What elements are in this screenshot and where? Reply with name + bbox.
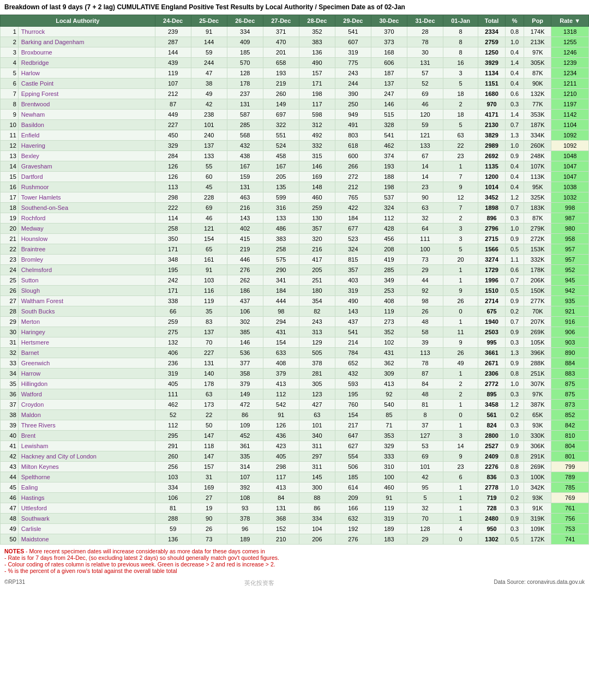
cell-pop: 206K bbox=[524, 275, 551, 286]
cell-pop: 107K bbox=[524, 161, 551, 172]
cell-25dec: 59 bbox=[191, 47, 227, 58]
cell-31dec: 59 bbox=[407, 120, 443, 130]
row-number: 20 bbox=[1, 224, 19, 234]
table-row: 32 Barnet 406 227 536 633 505 784 431 11… bbox=[1, 348, 589, 358]
cell-total: 1510 bbox=[478, 286, 506, 296]
cell-25dec: 46 bbox=[191, 213, 227, 224]
cell-rate: 980 bbox=[551, 224, 589, 234]
cell-01jan: 14 bbox=[443, 441, 478, 451]
cell-31dec: 127 bbox=[407, 431, 443, 441]
col-header-26dec: 26-Dec bbox=[227, 15, 263, 27]
cell-31dec: 70 bbox=[407, 514, 443, 524]
cell-25dec: 103 bbox=[191, 275, 227, 286]
cell-24dec: 144 bbox=[155, 47, 191, 58]
cell-26dec: 146 bbox=[227, 337, 263, 348]
local-authority-name: Newham bbox=[18, 110, 155, 120]
cell-27dec: 423 bbox=[263, 441, 299, 451]
header: Breakdown of last 9 days (7 + 2 lag) CUM… bbox=[0, 0, 589, 15]
cell-25dec: 83 bbox=[191, 317, 227, 327]
cell-24dec: 288 bbox=[155, 514, 191, 524]
cell-24dec: 212 bbox=[155, 89, 191, 99]
cell-24dec: 334 bbox=[155, 482, 191, 493]
cell-pop: 387K bbox=[524, 400, 551, 410]
table-row: 40 Brent 295 147 452 436 340 647 353 127… bbox=[1, 431, 589, 441]
row-number: 5 bbox=[1, 68, 19, 79]
cell-rate: 1197 bbox=[551, 99, 589, 110]
cell-25dec: 116 bbox=[191, 286, 227, 296]
cell-25dec: 154 bbox=[191, 234, 227, 244]
cell-total: 895 bbox=[478, 389, 506, 400]
cell-rate: 1234 bbox=[551, 68, 589, 79]
cell-26dec: 437 bbox=[227, 296, 263, 306]
cell-25dec: 244 bbox=[191, 58, 227, 68]
cell-percent: 0.8 bbox=[505, 462, 524, 472]
cell-rate: 1047 bbox=[551, 161, 589, 172]
row-number: 47 bbox=[1, 503, 19, 514]
cell-rate: 769 bbox=[551, 493, 589, 503]
row-number: 39 bbox=[1, 420, 19, 431]
row-number: 1 bbox=[1, 27, 19, 37]
table-row: 12 Havering 329 137 432 524 332 618 462 … bbox=[1, 141, 589, 151]
cell-percent: 0.8 bbox=[505, 451, 524, 462]
cell-31dec: 57 bbox=[407, 68, 443, 79]
cell-28dec: 417 bbox=[299, 255, 335, 265]
cell-26dec: 302 bbox=[227, 317, 263, 327]
cell-27dec: 149 bbox=[263, 99, 299, 110]
cell-total: 2796 bbox=[478, 224, 506, 234]
cell-total: 995 bbox=[478, 337, 506, 348]
cell-percent: 1.3 bbox=[505, 348, 524, 358]
cell-24dec: 107 bbox=[155, 79, 191, 89]
cell-25dec: 42 bbox=[191, 99, 227, 110]
cell-25dec: 73 bbox=[191, 534, 227, 545]
cell-30dec: 92 bbox=[371, 389, 407, 400]
cell-31dec: 121 bbox=[407, 130, 443, 141]
cell-31dec: 58 bbox=[407, 327, 443, 337]
cell-pop: 113K bbox=[524, 172, 551, 182]
cell-27dec: 542 bbox=[263, 400, 299, 410]
cell-30dec: 540 bbox=[371, 400, 407, 410]
cell-30dec: 71 bbox=[371, 420, 407, 431]
local-authority-name: Redbridge bbox=[18, 58, 155, 68]
cell-31dec: 44 bbox=[407, 275, 443, 286]
cell-28dec: 311 bbox=[299, 462, 335, 472]
cell-29dec: 243 bbox=[335, 68, 371, 79]
cell-29dec: 541 bbox=[335, 27, 371, 37]
cell-31dec: 73 bbox=[407, 255, 443, 265]
cell-30dec: 119 bbox=[371, 306, 407, 317]
cell-27dec: 551 bbox=[263, 130, 299, 141]
cell-percent: 0.7 bbox=[505, 275, 524, 286]
cell-27dec: 294 bbox=[263, 317, 299, 327]
cell-total: 1200 bbox=[478, 172, 506, 182]
cell-29dec: 195 bbox=[335, 389, 371, 400]
col-header-28dec: 28-Dec bbox=[299, 15, 335, 27]
cell-31dec: 8 bbox=[407, 410, 443, 420]
cell-total: 1135 bbox=[478, 161, 506, 172]
cell-31dec: 69 bbox=[407, 89, 443, 99]
cell-01jan: 23 bbox=[443, 151, 478, 161]
cell-30dec: 102 bbox=[371, 337, 407, 348]
cell-pop: 279K bbox=[524, 224, 551, 234]
cell-26dec: 93 bbox=[227, 503, 263, 514]
cell-29dec: 607 bbox=[335, 37, 371, 47]
cell-27dec: 167 bbox=[263, 161, 299, 172]
table-row: 45 Ealing 334 169 392 413 300 614 460 95… bbox=[1, 482, 589, 493]
cell-percent: 0.3 bbox=[505, 389, 524, 400]
cell-pop: 330K bbox=[524, 431, 551, 441]
cell-26dec: 570 bbox=[227, 58, 263, 68]
cell-28dec: 297 bbox=[299, 451, 335, 462]
cell-27dec: 633 bbox=[263, 348, 299, 358]
cell-27dec: 431 bbox=[263, 327, 299, 337]
cell-27dec: 184 bbox=[263, 286, 299, 296]
table-row: 9 Newham 449 238 587 697 598 949 515 120… bbox=[1, 110, 589, 120]
cell-total: 719 bbox=[478, 493, 506, 503]
cell-pop: 132K bbox=[524, 89, 551, 99]
cell-total: 970 bbox=[478, 99, 506, 110]
cell-01jan: 20 bbox=[443, 255, 478, 265]
cell-26dec: 128 bbox=[227, 68, 263, 79]
cell-rate: 789 bbox=[551, 472, 589, 482]
cell-30dec: 408 bbox=[371, 296, 407, 306]
row-number: 25 bbox=[1, 275, 19, 286]
cell-25dec: 121 bbox=[191, 224, 227, 234]
cell-rate: 884 bbox=[551, 358, 589, 369]
cell-percent: 1.0 bbox=[505, 141, 524, 151]
